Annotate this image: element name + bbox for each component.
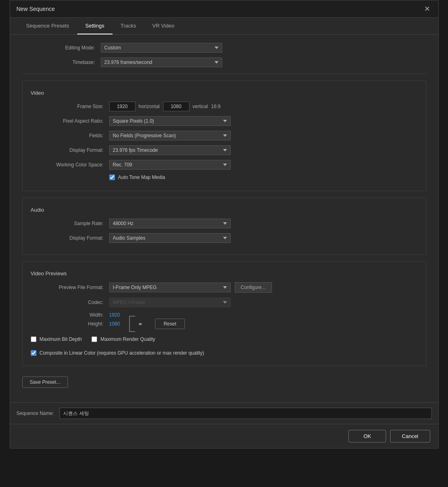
frame-width-input[interactable] [109,102,136,111]
close-button[interactable]: ✕ [423,4,432,13]
height-row: Height: 1080 [31,321,120,327]
max-render-quality-checkbox[interactable] [91,336,97,342]
timebase-row: Timebase: 23.976 frames/second [22,57,426,67]
preview-file-format-select[interactable]: I-Frame Only MPEG [109,283,231,292]
pixel-aspect-ratio-label: Pixel Aspect Ratio: [31,118,104,124]
vertical-label: vertical [193,104,208,109]
pixel-aspect-ratio-row: Pixel Aspect Ratio: Square Pixels (1.0) [31,116,418,126]
video-section: Video Frame Size: horizontal vertical 16… [22,81,426,191]
max-render-quality-row: Maximum Render Quality [91,336,155,342]
audio-display-format-select[interactable]: Audio Samples [109,233,231,243]
preview-file-format-label: Preview File Format: [31,285,104,290]
preview-file-format-row: Preview File Format: I-Frame Only MPEG C… [31,282,418,293]
sample-rate-select[interactable]: 48000 Hz [109,219,231,228]
max-bit-depth-checkbox[interactable] [31,336,36,342]
link-bracket-area: ⚭ Reset [128,315,185,333]
tab-vr-video[interactable]: VR Video [144,18,183,34]
bracket-svg [128,315,136,333]
width-label: Width: [31,312,104,318]
working-color-space-select[interactable]: Rec. 709 [109,160,231,170]
display-format-select[interactable]: 23.976 fps Timecode [109,145,231,155]
composite-label: Composite in Linear Color (requires GPU … [40,350,204,356]
sequence-name-row: Sequence Name: [10,402,438,424]
sequence-name-label: Sequence Name: [17,410,54,416]
audio-display-format-row: Display Format: Audio Samples [31,233,418,243]
width-height-block: Width: 1920 Height: 1080 [31,312,120,327]
frame-size-inputs: horizontal vertical 16:9 [109,102,221,111]
max-bit-depth-row: Maximum Bit Depth [31,336,82,342]
sample-rate-row: Sample Rate: 48000 Hz [31,219,418,228]
fields-row: Fields: No Fields (Progressive Scan) [31,131,418,140]
settings-content: Editing Mode: Custom Timebase: 23.976 fr… [10,35,438,402]
sequence-name-input[interactable] [59,408,431,419]
bottom-buttons: OK Cancel [10,424,438,448]
pixel-aspect-ratio-select[interactable]: Square Pixels (1.0) [109,116,231,126]
timebase-select[interactable]: 23.976 frames/second [101,57,222,67]
width-value: 1920 [109,312,120,318]
save-preset-button[interactable]: Save Preset... [22,376,68,388]
quality-options-row: Maximum Bit Depth Maximum Render Quality [31,336,418,346]
horizontal-label: horizontal [139,104,160,109]
codec-row: Codec: MPEG I-Frame [31,298,418,307]
link-icon[interactable]: ⚭ [138,320,143,328]
composite-checkbox[interactable] [31,350,36,356]
timebase-label: Timebase: [22,60,95,65]
display-format-row: Display Format: 23.976 fps Timecode [31,145,418,155]
frame-size-row: Frame Size: horizontal vertical 16:9 [31,102,418,111]
height-value: 1080 [109,321,120,327]
width-row: Width: 1920 [31,312,120,318]
auto-tone-map-label: Auto Tone Map Media [118,174,166,180]
frame-height-input[interactable] [163,102,189,111]
editing-mode-row: Editing Mode: Custom [22,43,426,53]
aspect-ratio-label: 16:9 [211,104,221,109]
audio-section: Audio Sample Rate: 48000 Hz Display Form… [22,198,426,255]
composite-row: Composite in Linear Color (requires GPU … [31,350,418,356]
ok-button[interactable]: OK [348,430,386,442]
tab-sequence-presets[interactable]: Sequence Presets [18,18,77,34]
max-bit-depth-label: Maximum Bit Depth [40,336,82,342]
audio-section-title: Audio [31,207,418,213]
height-label: Height: [31,321,104,327]
new-sequence-dialog: New Sequence ✕ Sequence Presets Settings… [10,0,439,449]
video-section-title: Video [31,90,418,96]
codec-label: Codec: [31,300,104,305]
tab-settings[interactable]: Settings [77,18,113,34]
reset-button[interactable]: Reset [155,319,185,329]
title-bar: New Sequence ✕ [10,0,438,18]
tabs-bar: Sequence Presets Settings Tracks VR Vide… [10,18,438,35]
fields-select[interactable]: No Fields (Progressive Scan) [109,131,231,140]
max-render-quality-label: Maximum Render Quality [100,336,155,342]
working-color-space-label: Working Color Space: [31,162,104,168]
display-format-label: Display Format: [31,147,104,153]
dialog-title: New Sequence [17,6,55,12]
tab-tracks[interactable]: Tracks [113,18,144,34]
editing-mode-select[interactable]: Custom [101,43,222,53]
configure-button[interactable]: Configure... [235,282,272,293]
codec-select[interactable]: MPEG I-Frame [109,298,231,307]
auto-tone-map-checkbox[interactable] [109,174,115,180]
working-color-space-row: Working Color Space: Rec. 709 [31,160,418,170]
cancel-button[interactable]: Cancel [390,430,430,442]
sample-rate-label: Sample Rate: [31,221,104,226]
fields-label: Fields: [31,133,104,138]
editing-mode-label: Editing Mode: [22,45,95,51]
auto-tone-map-row: Auto Tone Map Media [109,174,418,180]
video-previews-title: Video Previews [31,270,418,276]
audio-display-format-label: Display Format: [31,235,104,241]
video-previews-section: Video Previews Preview File Format: I-Fr… [22,261,426,366]
frame-size-label: Frame Size: [31,104,104,109]
